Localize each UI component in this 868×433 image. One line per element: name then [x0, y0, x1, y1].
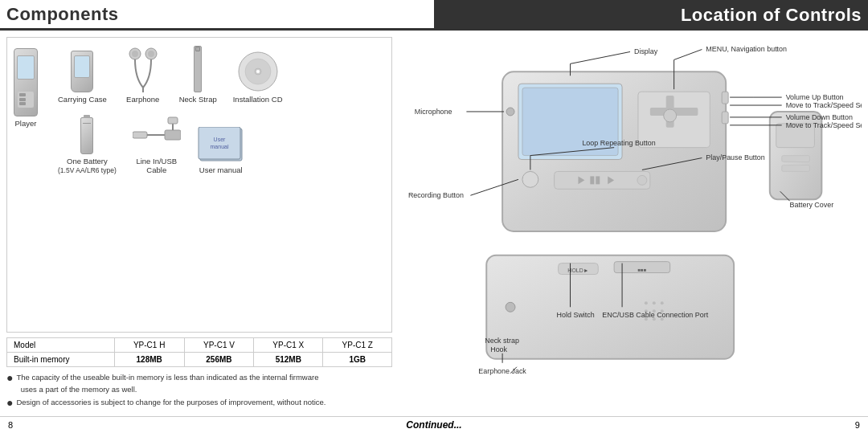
label-play: Play/Pause Button	[706, 153, 764, 161]
label-neck-strap: Neck strap	[485, 337, 519, 345]
svg-text:■■■: ■■■	[638, 268, 647, 272]
right-panel: HOLD► ■■■	[399, 37, 862, 410]
specs-table: Model YP-C1 H YP-C1 V YP-C1 X YP-C1 Z Bu…	[6, 337, 392, 367]
label-earphone-jack: Earphone Jack	[478, 367, 526, 375]
label-loop: Loop Repeating Button	[582, 139, 655, 147]
svg-point-8	[256, 70, 260, 73]
notes: ● The capacity of the useable built-in m…	[6, 372, 392, 410]
svg-rect-29	[555, 171, 650, 189]
battery-label: One Battery(1.5V AA/LR6 type)	[58, 157, 117, 174]
player-label: Player	[15, 119, 37, 128]
svg-rect-32	[596, 176, 600, 184]
svg-rect-53	[782, 165, 810, 172]
components-box: Player Carry	[6, 37, 392, 333]
header: Components Location of Controls	[0, 0, 868, 31]
table-header-model: Model	[7, 338, 115, 353]
installation-cd-label: Installation CD	[233, 95, 283, 104]
note-1: ● The capacity of the useable built-in m…	[6, 372, 392, 395]
svg-point-27	[506, 108, 514, 116]
bullet-2: ●	[6, 397, 13, 408]
battery-item: One Battery(1.5V AA/LR6 type)	[58, 114, 117, 174]
svg-point-1	[132, 51, 138, 57]
user-manual-item: User manual User manual	[197, 123, 245, 174]
label-track-2: Move to Track/Speed Search	[786, 121, 862, 129]
svg-point-41	[645, 301, 648, 304]
svg-point-40	[506, 302, 515, 312]
svg-rect-31	[590, 176, 594, 184]
neck-strap-label: Neck Strap	[179, 95, 217, 104]
svg-rect-13	[168, 117, 178, 124]
table-memory-x: 512MB	[254, 353, 323, 367]
svg-rect-11	[165, 130, 181, 140]
svg-point-24	[664, 109, 677, 122]
components-title: Components	[6, 4, 118, 25]
player-item: Player	[14, 44, 38, 128]
earphone-item: Earphone	[123, 44, 163, 104]
svg-text:HOLD►: HOLD►	[567, 268, 588, 273]
carrying-case-label: Carrying Case	[58, 95, 107, 104]
svg-line-55	[571, 51, 630, 63]
components-grid: Player Carry	[14, 44, 385, 181]
label-rec: Recording Button	[408, 191, 464, 199]
note-2-text: Design of accessories is subject to chan…	[16, 397, 326, 408]
label-vol-up: Volume Up Button	[786, 93, 844, 101]
left-panel: Player Carry	[6, 37, 392, 410]
footer: 8 Continued... 9	[0, 416, 868, 433]
components-row-1: Player Carry	[14, 44, 385, 181]
svg-text:User: User	[213, 137, 225, 142]
table-memory-z: 1GB	[323, 353, 392, 367]
svg-line-57	[674, 50, 702, 60]
line-in-icon	[133, 116, 181, 154]
neck-strap-item: Neck Strap	[179, 44, 217, 104]
table-header-row: Model YP-C1 H YP-C1 V YP-C1 X YP-C1 Z	[7, 338, 392, 353]
page-number-left: 8	[8, 420, 13, 430]
svg-rect-9	[133, 132, 147, 138]
label-mic: Microphone	[415, 108, 452, 116]
note-2: ● Design of accessories is subject to ch…	[6, 397, 392, 408]
line-in-label: Line In/USBCable	[136, 157, 177, 174]
svg-rect-25	[722, 92, 728, 104]
svg-point-43	[661, 301, 664, 304]
svg-text:manual: manual	[210, 144, 228, 149]
line-in-item: Line In/USBCable	[133, 114, 181, 174]
label-vol-down: Volume Down Button	[786, 113, 853, 121]
svg-point-42	[653, 301, 656, 304]
svg-rect-15	[199, 127, 240, 159]
label-enc-usb: ENC/USB Cable Connection Port	[602, 311, 708, 319]
cd-icon	[237, 51, 279, 92]
bullet-1: ●	[6, 372, 13, 395]
table-header-h: YP-C1 H	[114, 338, 184, 353]
header-left: Components	[0, 0, 434, 31]
diagram-container: HOLD► ■■■	[399, 37, 862, 410]
label-hold: Hold Switch	[557, 311, 595, 319]
label-track-1: Move to Track/Speed Search	[786, 101, 862, 109]
label-battery: Battery Cover	[790, 201, 834, 209]
table-memory-h: 128MB	[114, 353, 184, 367]
earphone-icon	[123, 46, 163, 92]
device-front	[502, 71, 728, 231]
earphone-label: Earphone	[126, 95, 159, 104]
svg-point-34	[637, 175, 647, 185]
svg-rect-52	[782, 156, 810, 162]
table-memory-v: 256MB	[184, 353, 253, 367]
user-manual-label: User manual	[199, 165, 243, 174]
svg-point-28	[522, 171, 538, 187]
device-bottom: HOLD► ■■■	[486, 255, 734, 359]
label-display: Display	[634, 47, 658, 55]
main-content: Player Carry	[0, 31, 868, 416]
svg-rect-35	[486, 255, 734, 359]
note-1-text: The capacity of the useable built-in mem…	[16, 372, 318, 395]
svg-point-3	[148, 51, 154, 57]
label-hook: Hook	[490, 345, 507, 353]
table-header-z: YP-C1 Z	[323, 338, 392, 353]
specs-table-container: Model YP-C1 H YP-C1 V YP-C1 X YP-C1 Z Bu…	[6, 337, 392, 367]
label-menu: MENU, Navigation button	[706, 45, 787, 53]
table-memory-label: Built-in memory	[7, 353, 115, 367]
page-number-right: 9	[855, 420, 860, 430]
installation-cd-item: Installation CD	[233, 44, 283, 104]
svg-rect-26	[722, 112, 728, 124]
location-title: Location of Controls	[681, 5, 862, 26]
user-manual-icon: User manual	[197, 127, 245, 163]
header-right: Location of Controls	[434, 0, 868, 31]
controls-diagram: HOLD► ■■■	[399, 37, 862, 410]
